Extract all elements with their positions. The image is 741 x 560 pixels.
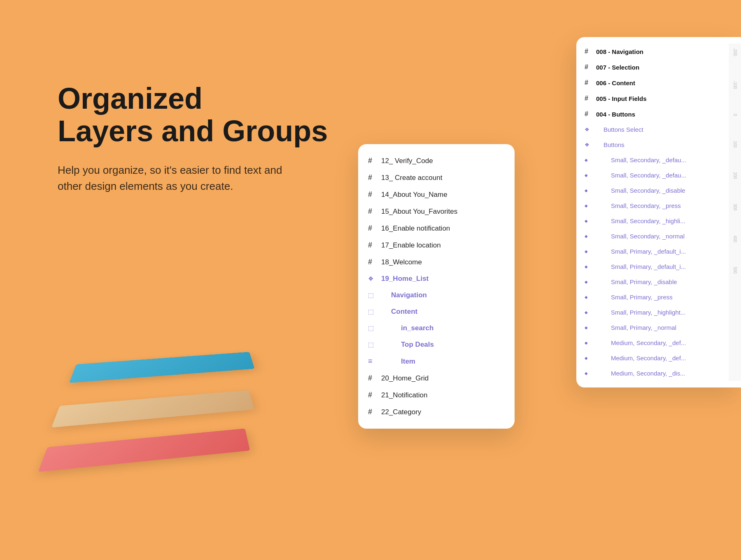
diamond-icon: ◆	[585, 341, 592, 345]
center-item-item-17[interactable]: #17_Enable location	[358, 237, 515, 254]
hash-icon: #	[368, 374, 376, 383]
panel-item-label: 17_Enable location	[381, 241, 441, 250]
panel-item-label: 14_About You_Name	[381, 191, 447, 199]
right-item-r-007[interactable]: #007 - Selection	[576, 59, 729, 75]
right-item-r-b2[interactable]: ◆Small, Secondary, _defau...	[576, 168, 729, 183]
hero-section: Organized Layers and Groups Help you org…	[58, 82, 328, 194]
right-item-r-004-b[interactable]: ❖Buttons	[576, 137, 729, 152]
right-item-r-b10[interactable]: ◆Small, Primary, _press	[576, 289, 729, 305]
diamond-icon: ◆	[585, 203, 592, 208]
hash-icon: #	[368, 408, 376, 416]
layer-blue	[69, 352, 255, 383]
center-item-item-13[interactable]: #13_ Create account	[358, 169, 515, 186]
center-item-item-16[interactable]: #16_Enable notification	[358, 220, 515, 237]
layer-pink	[38, 429, 250, 472]
dashed-rect-icon: ⬚	[368, 292, 376, 299]
diamond-icon: ◆	[585, 295, 592, 299]
right-item-r-b6[interactable]: ◆Small, Secondary, _normal	[576, 229, 729, 244]
dashed-rect-icon: ⬚	[368, 308, 376, 315]
center-item-item-19-item[interactable]: ≡Item	[358, 353, 515, 370]
right-item-label: Small, Primary, _disable	[596, 278, 677, 285]
diamond-icon: ◆	[585, 219, 592, 223]
diamond-icon: ◆	[585, 249, 592, 254]
center-item-item-22[interactable]: #22_Category	[358, 404, 515, 420]
hash-icon: #	[368, 190, 376, 199]
right-item-r-005[interactable]: #005 - Input Fields	[576, 91, 729, 106]
dashed-rect-icon: ⬚	[368, 324, 376, 332]
diamond-icon: ◆	[585, 264, 592, 269]
center-item-item-14[interactable]: #14_About You_Name	[358, 186, 515, 203]
sparkle-icon: ❖	[368, 275, 376, 282]
center-item-item-19[interactable]: ❖19_Home_List	[358, 271, 515, 287]
right-item-r-b13[interactable]: ◆Medium, Secondary, _def...	[576, 335, 729, 350]
right-panel-content: #008 - Navigation#007 - Selection#006 - …	[576, 44, 729, 381]
right-item-r-b12[interactable]: ◆Small, Primary, _normal	[576, 320, 729, 335]
right-item-label: Small, Secondary, _defau...	[596, 156, 686, 163]
panel-item-label: 18_Welcome	[381, 258, 422, 266]
right-item-label: 006 - Content	[596, 79, 635, 86]
right-item-label: Medium, Secondary, _def...	[596, 339, 686, 346]
right-item-r-b15[interactable]: ◆Medium, Secondary, _dis...	[576, 366, 729, 381]
diamond-icon: ◆	[585, 371, 592, 376]
center-item-item-21[interactable]: #21_Notification	[358, 387, 515, 404]
right-item-r-006[interactable]: #006 - Content	[576, 75, 729, 91]
right-item-label: 008 - Navigation	[596, 48, 643, 55]
diamond-open-icon: ❖	[585, 142, 592, 148]
right-layers-panel: #008 - Navigation#007 - Selection#006 - …	[576, 37, 741, 387]
center-item-item-19-topdeals[interactable]: ⬚Top Deals	[358, 336, 515, 353]
hash-icon: #	[585, 110, 592, 118]
center-item-item-19-insearch[interactable]: ⬚in_search	[358, 320, 515, 336]
right-item-r-004-bs[interactable]: ❖Buttons Select	[576, 122, 729, 137]
right-item-r-b3[interactable]: ◆Small, Secondary, _disable	[576, 183, 729, 198]
layer-beige	[51, 390, 254, 427]
diamond-icon: ◆	[585, 234, 592, 238]
center-item-item-12[interactable]: #12_ Verify_Code	[358, 152, 515, 169]
dashed-rect-icon: ⬚	[368, 341, 376, 348]
right-item-r-b9[interactable]: ◆Small, Primary, _disable	[576, 274, 729, 289]
right-item-label: Small, Secondary, _normal	[596, 233, 685, 240]
right-item-label: 005 - Input Fields	[596, 95, 647, 102]
diamond-icon: ◆	[585, 356, 592, 360]
right-item-r-b7[interactable]: ◆Small, Primary, _default_i...	[576, 244, 729, 259]
hash-icon: #	[368, 391, 376, 399]
hash-icon: #	[368, 207, 376, 216]
center-layers-panel: #12_ Verify_Code#13_ Create account#14_A…	[358, 144, 515, 429]
scrollbar[interactable]: -200 -100 0 100 200 300 400 500	[729, 44, 741, 381]
center-item-item-20[interactable]: #20_Home_Grid	[358, 370, 515, 387]
panel-item-label: Navigation	[381, 291, 427, 299]
right-item-label: Small, Primary, _default_i...	[596, 263, 686, 270]
panel-item-label: 16_Enable notification	[381, 224, 450, 233]
right-item-label: Small, Secondary, _defau...	[596, 172, 686, 179]
diamond-icon: ◆	[585, 173, 592, 177]
center-item-item-18[interactable]: #18_Welcome	[358, 254, 515, 271]
layers-illustration	[33, 350, 280, 494]
right-item-label: Small, Primary, _highlight...	[596, 309, 685, 316]
center-item-item-15[interactable]: #15_About You_Favorites	[358, 203, 515, 220]
right-item-r-b11[interactable]: ◆Small, Primary, _highlight...	[576, 305, 729, 320]
panel-item-label: 21_Notification	[381, 391, 427, 399]
hero-title: Organized Layers and Groups	[58, 82, 328, 147]
panel-item-label: 15_About You_Favorites	[381, 208, 457, 216]
hash-icon: #	[368, 173, 376, 182]
right-item-label: Buttons	[596, 141, 624, 148]
right-item-r-b14[interactable]: ◆Medium, Secondary, _def...	[576, 350, 729, 366]
hash-icon: #	[585, 48, 592, 55]
panel-item-label: 22_Category	[381, 408, 421, 416]
center-item-item-19-content[interactable]: ⬚Content	[358, 303, 515, 320]
hash-icon: #	[368, 224, 376, 233]
right-item-label: 004 - Buttons	[596, 111, 635, 118]
right-item-r-b4[interactable]: ◆Small, Secondary, _press	[576, 198, 729, 213]
panel-item-label: in_search	[381, 324, 433, 332]
right-item-r-004[interactable]: #004 - Buttons	[576, 106, 729, 122]
hash-icon: #	[585, 63, 592, 71]
hash-icon: #	[585, 95, 592, 102]
right-item-r-b8[interactable]: ◆Small, Primary, _default_i...	[576, 259, 729, 274]
diamond-icon: ◆	[585, 310, 592, 315]
right-item-r-b5[interactable]: ◆Small, Secondary, _highli...	[576, 213, 729, 229]
right-item-r-b1[interactable]: ◆Small, Secondary, _defau...	[576, 152, 729, 168]
list-icon: ≡	[368, 357, 376, 366]
right-item-r-008[interactable]: #008 - Navigation	[576, 44, 729, 59]
diamond-icon: ◆	[585, 325, 592, 330]
hero-subtitle: Help you organize, so it's easier to fin…	[58, 162, 288, 194]
center-item-item-19-nav[interactable]: ⬚Navigation	[358, 287, 515, 303]
